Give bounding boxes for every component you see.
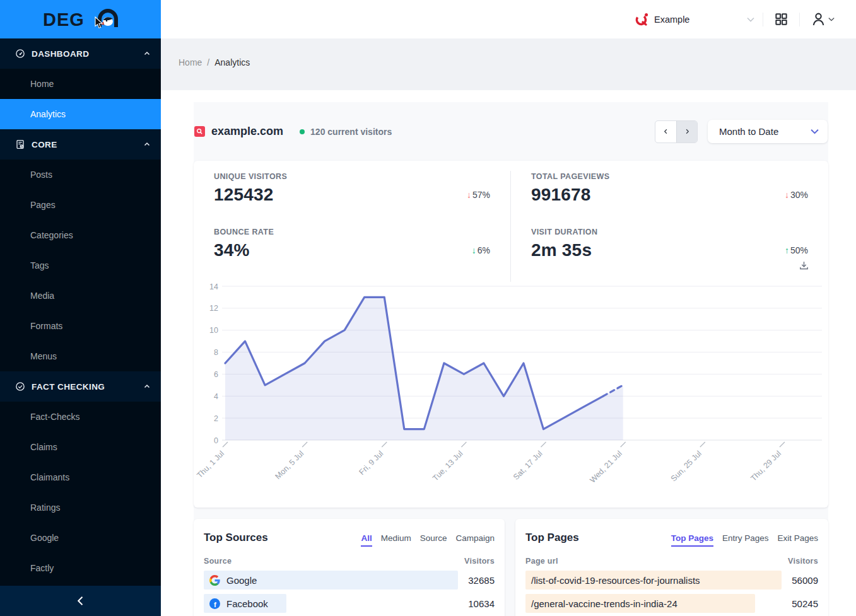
sidebar-item-categories[interactable]: Categories <box>0 220 161 250</box>
breadcrumb: Home / Analytics <box>179 57 856 67</box>
chevron-down-icon <box>828 17 835 21</box>
page-content: example.com 120 current visitors <box>161 90 856 616</box>
arrow-up-icon: ↑ <box>785 245 789 255</box>
sidebar-item-menus[interactable]: Menus <box>0 341 161 371</box>
org-name: Example <box>654 15 747 25</box>
stat-bounce-rate[interactable]: BOUNCE RATE 34% ↓6% <box>194 226 511 282</box>
sidebar-section-label: FACT CHECKING <box>32 382 143 392</box>
svg-text:4: 4 <box>214 392 218 401</box>
facebook-icon: f <box>209 598 220 609</box>
tab-campaign[interactable]: Campaign <box>455 533 495 547</box>
svg-text:Mon, 5 Jul: Mon, 5 Jul <box>274 449 306 481</box>
arrow-down-icon: ↓ <box>472 245 476 255</box>
top-pages-rows: /list-of-covid-19-resources-for-journali… <box>525 571 818 616</box>
user-menu-button[interactable] <box>808 9 837 30</box>
sidebar-section-fact-checking[interactable]: FACT CHECKING <box>0 371 161 402</box>
download-chart-button[interactable] <box>799 260 809 274</box>
page-visitors: 56009 <box>792 575 818 586</box>
stat-delta: ↓57% <box>467 190 490 200</box>
svg-text:Sun, 25 Jul: Sun, 25 Jul <box>669 449 703 483</box>
tab-source[interactable]: Source <box>420 533 447 547</box>
sidebar-item-factly[interactable]: Factly <box>0 553 161 583</box>
sidebar-section-core[interactable]: CORE <box>0 129 161 160</box>
site-domain: example.com <box>211 125 283 138</box>
sidebar-item-google[interactable]: Google <box>0 523 161 553</box>
stat-value: 34% <box>214 240 250 260</box>
prev-period-button[interactable] <box>655 121 676 142</box>
visitors-panel: UNIQUE VISITORS 125432 ↓57% TOTAL PAGEVI… <box>194 161 828 508</box>
top-sources-columns: Source Visitors <box>204 557 495 566</box>
topbar-divider <box>763 13 763 26</box>
sidebar-item-analytics[interactable]: Analytics <box>0 99 161 129</box>
svg-text:10: 10 <box>209 326 218 335</box>
visitors-chart: 02468101214Thu, 1 JulMon, 5 JulFri, 9 Ju… <box>194 282 828 508</box>
breadcrumb-home-link[interactable]: Home <box>179 57 202 67</box>
source-visitors: 10634 <box>468 598 495 609</box>
tab-exit-pages[interactable]: Exit Pages <box>777 533 818 547</box>
next-period-button[interactable] <box>676 121 697 142</box>
analytics-header: example.com 120 current visitors <box>194 102 828 161</box>
page-row[interactable]: /general-vaccine-trends-in-india-24 5024… <box>525 594 818 613</box>
apps-grid-button[interactable] <box>771 9 791 29</box>
stat-visit-duration[interactable]: VISIT DURATION 2m 35s ↑50% <box>511 226 828 282</box>
chevron-up-icon <box>143 383 151 390</box>
svg-text:Thu, 29 Jul: Thu, 29 Jul <box>749 449 783 483</box>
sidebar-item-media[interactable]: Media <box>0 281 161 311</box>
dega-logo[interactable]: DEG <box>0 0 161 38</box>
analytics-embed: example.com 120 current visitors <box>194 102 828 616</box>
site-favicon <box>194 126 205 137</box>
tab-top-pages[interactable]: Top Pages <box>671 533 713 547</box>
sidebar-collapse-trigger[interactable] <box>0 586 161 616</box>
source-row-google[interactable]: Google 32685 <box>204 571 495 590</box>
app-root: DEG DASHBOARD Home Analy <box>0 0 856 616</box>
chevron-down-icon <box>811 129 819 134</box>
svg-text:0: 0 <box>214 436 218 445</box>
sidebar-item-claims[interactable]: Claims <box>0 432 161 462</box>
stats-grid: UNIQUE VISITORS 125432 ↓57% TOTAL PAGEVI… <box>194 161 828 282</box>
sidebar-item-formats[interactable]: Formats <box>0 311 161 341</box>
tab-entry-pages[interactable]: Entry Pages <box>722 533 769 547</box>
chevron-down-icon <box>747 17 754 22</box>
svg-text:Sat, 17 Jul: Sat, 17 Jul <box>512 449 544 482</box>
sidebar-item-claimants[interactable]: Claimants <box>0 462 161 492</box>
check-circle-icon <box>15 381 25 392</box>
tab-all[interactable]: All <box>361 533 372 547</box>
sidebar-item-home[interactable]: Home <box>0 69 161 99</box>
sidebar-item-ratings[interactable]: Ratings <box>0 492 161 523</box>
top-sources-title: Top Sources <box>204 532 268 544</box>
sidebar-section-label: DASHBOARD <box>32 49 143 59</box>
dega-logo-image: DEG <box>43 8 119 32</box>
document-icon <box>15 139 25 149</box>
stat-value: 991678 <box>531 185 591 205</box>
breadcrumb-separator: / <box>207 57 209 67</box>
page-row[interactable]: /list-of-covid-19-resources-for-journali… <box>525 571 818 590</box>
stat-delta: ↑50% <box>785 245 808 255</box>
top-pages-tabs: Top Pages Entry Pages Exit Pages <box>671 533 818 547</box>
sidebar: DEG DASHBOARD Home Analy <box>0 0 161 616</box>
source-row-facebook[interactable]: f Facebook 10634 <box>204 594 495 613</box>
topbar-divider <box>799 13 800 26</box>
svg-text:6: 6 <box>214 370 218 379</box>
stat-total-pageviews[interactable]: TOTAL PAGEVIEWS 991678 ↓30% <box>511 171 828 226</box>
sidebar-item-pages[interactable]: Pages <box>0 190 161 220</box>
sidebar-item-fact-checks[interactable]: Fact-Checks <box>0 402 161 432</box>
org-selector[interactable]: Example <box>635 12 754 26</box>
stat-value: 125432 <box>214 185 274 205</box>
dashboard-icon <box>15 49 25 59</box>
stat-unique-visitors[interactable]: UNIQUE VISITORS 125432 ↓57% <box>194 171 511 226</box>
current-visitors: 120 current visitors <box>300 127 392 137</box>
sidebar-section-dashboard[interactable]: DASHBOARD <box>0 38 161 69</box>
grid-icon <box>774 12 789 26</box>
date-nav-arrows <box>655 120 698 143</box>
date-range-select[interactable]: Month to Date <box>708 120 828 143</box>
tab-medium[interactable]: Medium <box>381 533 411 547</box>
site-title[interactable]: example.com <box>194 125 283 138</box>
top-navbar: Example <box>161 0 856 38</box>
stat-value: 2m 35s <box>531 240 592 260</box>
breadcrumb-current: Analytics <box>214 57 250 67</box>
page-visitors: 50245 <box>792 598 818 609</box>
sidebar-item-tags[interactable]: Tags <box>0 250 161 281</box>
sidebar-item-posts[interactable]: Posts <box>0 160 161 190</box>
breakdown-cards: Top Sources All Medium Source Campaign S… <box>194 519 828 616</box>
svg-text:Thu, 1 Jul: Thu, 1 Jul <box>195 449 226 480</box>
